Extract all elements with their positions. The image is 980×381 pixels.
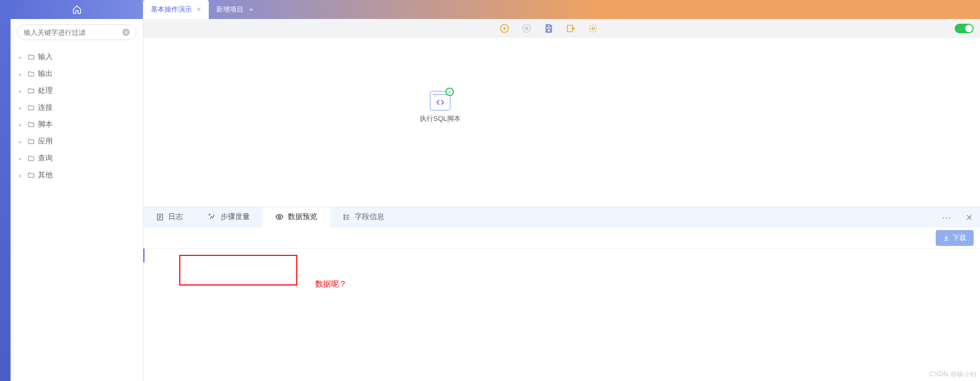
tree-item[interactable]: ▸输入 <box>11 49 143 65</box>
tree-item[interactable]: ▸查询 <box>11 150 143 167</box>
main: 基本操作演示✕新增项目＋ <box>143 0 980 381</box>
svg-point-8 <box>278 216 280 218</box>
svg-rect-2 <box>525 27 528 30</box>
close-icon[interactable]: ✕ <box>196 6 201 13</box>
bottom-tab[interactable]: 步骤度量 <box>196 207 263 227</box>
download-icon <box>943 235 949 241</box>
toolbar <box>143 19 980 38</box>
tree-item[interactable]: ▸输出 <box>11 65 143 82</box>
log-icon <box>156 213 164 221</box>
canvas[interactable]: ●●● ✓ 执行SQL脚本 <box>143 38 980 207</box>
chevron-right-icon: ▸ <box>19 105 24 111</box>
sidebar-header <box>11 0 143 19</box>
node-label: 执行SQL脚本 <box>420 114 461 123</box>
top-tabs: 基本操作演示✕新增项目＋ <box>143 0 980 19</box>
svg-rect-3 <box>547 25 550 27</box>
download-button[interactable]: 下载 <box>936 230 974 246</box>
bottom-tab-label: 日志 <box>168 212 183 222</box>
folder-icon <box>27 121 35 128</box>
cursor-accent <box>143 249 144 262</box>
bottom-tabs: 日志步骤度量数据预览字段信息⋯✕ <box>143 207 980 227</box>
check-circle-icon: ✓ <box>445 88 454 96</box>
bottom-toolbar: 下载 <box>143 227 980 249</box>
save-icon[interactable] <box>544 23 554 34</box>
tree-label: 处理 <box>38 86 53 96</box>
tree-item[interactable]: ▸连接 <box>11 99 143 116</box>
toggle-switch[interactable] <box>955 24 974 33</box>
svg-point-9 <box>344 214 345 215</box>
bottom-tab[interactable]: 字段信息 <box>330 207 397 227</box>
home-icon[interactable] <box>72 5 82 14</box>
tree-item[interactable]: ▸应用 <box>11 133 143 150</box>
canvas-node[interactable]: ●●● ✓ 执行SQL脚本 <box>416 91 464 123</box>
chevron-right-icon: ▸ <box>19 122 24 128</box>
play-icon[interactable] <box>499 23 510 34</box>
folder-icon <box>27 138 35 145</box>
download-label: 下载 <box>953 233 966 243</box>
search-pill: ✕ <box>17 24 137 40</box>
chevron-right-icon: ▸ <box>19 139 24 145</box>
svg-point-10 <box>344 216 345 217</box>
chevron-right-icon: ▸ <box>19 71 24 77</box>
folder-icon <box>27 104 35 111</box>
fields-icon <box>343 213 351 221</box>
tree-item[interactable]: ▸其他 <box>11 167 143 184</box>
bottom-tab[interactable]: 日志 <box>143 207 196 227</box>
tree-label: 连接 <box>38 103 53 112</box>
annotation-text: 数据呢？ <box>315 279 347 289</box>
tab-label: 基本操作演示 <box>151 5 192 14</box>
tree-item[interactable]: ▸脚本 <box>11 116 143 133</box>
folder-icon <box>27 87 35 94</box>
folder-icon <box>27 172 35 179</box>
left-nav-rail <box>0 0 11 381</box>
svg-rect-4 <box>547 29 550 32</box>
more-icon[interactable]: ⋯ <box>934 207 958 227</box>
tree-item[interactable]: ▸处理 <box>11 82 143 99</box>
tree-label: 脚本 <box>38 120 53 129</box>
clear-icon[interactable]: ✕ <box>122 28 130 36</box>
annotation-box <box>179 255 297 285</box>
project-tab[interactable]: 基本操作演示✕ <box>143 0 209 19</box>
export-icon[interactable] <box>566 23 576 34</box>
bottom-tab-label: 步骤度量 <box>220 212 250 222</box>
search-container: ✕ <box>11 19 143 45</box>
chevron-right-icon: ▸ <box>19 173 24 178</box>
tree-label: 其他 <box>38 170 53 180</box>
gear-icon[interactable] <box>588 23 598 34</box>
stop-icon[interactable] <box>521 23 532 34</box>
chevron-right-icon: ▸ <box>19 54 24 60</box>
bottom-panel: 日志步骤度量数据预览字段信息⋯✕ 下载 数据呢？ <box>143 207 980 381</box>
folder-icon <box>27 70 35 78</box>
chevron-right-icon: ▸ <box>19 156 24 161</box>
search-input[interactable] <box>24 28 118 36</box>
tree-label: 应用 <box>38 137 53 146</box>
bottom-content: 数据呢？ <box>143 249 980 381</box>
sql-script-icon: ●●● ✓ <box>430 91 451 111</box>
chevron-right-icon: ▸ <box>19 88 24 94</box>
bottom-tab-label: 字段信息 <box>355 212 384 222</box>
sidebar-tree: ▸输入▸输出▸处理▸连接▸脚本▸应用▸查询▸其他 <box>11 45 143 187</box>
bottom-tab[interactable]: 数据预览 <box>263 207 330 227</box>
folder-icon <box>27 53 35 61</box>
metrics-icon <box>208 213 216 221</box>
watermark: CSDN @杨小钊 <box>929 370 977 379</box>
tree-label: 查询 <box>38 154 53 163</box>
bottom-tab-label: 数据预览 <box>288 212 317 222</box>
plus-icon: ＋ <box>248 5 255 14</box>
preview-icon <box>275 213 284 221</box>
add-tab-button[interactable]: 新增项目＋ <box>209 0 262 19</box>
svg-point-11 <box>344 218 345 220</box>
tab-label: 新增项目 <box>216 5 244 14</box>
tree-label: 输出 <box>38 69 53 79</box>
folder-icon <box>27 155 35 162</box>
toolbar-center <box>150 23 947 34</box>
svg-point-6 <box>591 27 594 30</box>
sidebar: ✕ ▸输入▸输出▸处理▸连接▸脚本▸应用▸查询▸其他 <box>11 0 143 381</box>
tree-label: 输入 <box>38 52 53 62</box>
close-panel-icon[interactable]: ✕ <box>958 207 980 227</box>
